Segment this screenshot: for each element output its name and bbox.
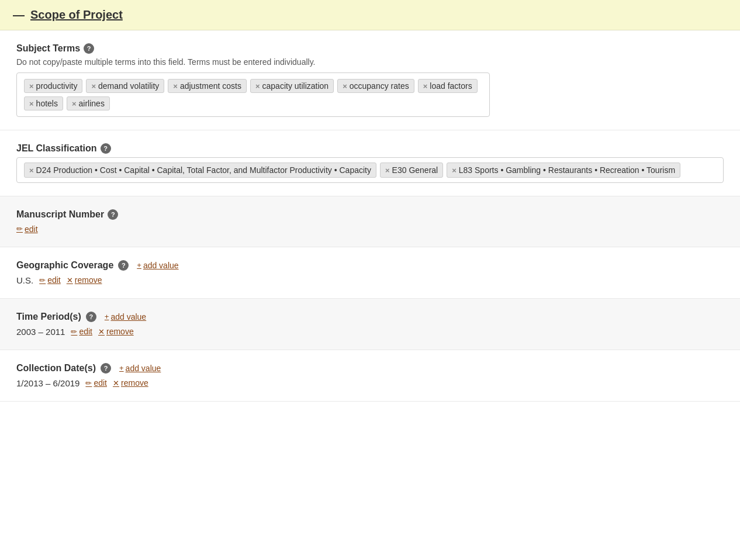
subject-term-remove-icon[interactable]: × [255,82,260,91]
subject-terms-tags-box: ×productivity×demand volatility×adjustme… [16,72,490,117]
jel-help-icon[interactable]: ? [101,143,111,154]
subject-term-tag: ×adjustment costs [168,79,247,93]
time-periods-add-value-link[interactable]: + add value [105,312,146,322]
collection-dates-label: Collection Date(s) [16,363,96,374]
geographic-coverage-section: Geographic Coverage ? + add value U.S. ✏… [0,247,740,299]
jel-tag: ×D24 Production • Cost • Capital • Capit… [24,163,376,178]
subject-term-remove-icon[interactable]: × [91,82,96,91]
jel-tag-remove-icon[interactable]: × [385,166,390,175]
jel-tags-box: ×D24 Production • Cost • Capital • Capit… [16,157,724,183]
geographic-coverage-value-row: U.S. ✏ edit ✕ remove [16,275,724,285]
subject-term-tag: ×productivity [24,79,82,93]
subject-terms-title-row: Subject Terms ? [16,43,724,54]
plus-icon: + [137,261,141,269]
manuscript-number-edit-link[interactable]: ✏ edit [16,224,38,234]
collection-dates-title-row: Collection Date(s) ? + add value [16,363,724,374]
collection-dates-remove-link[interactable]: ✕ remove [113,378,148,388]
collection-dates-add-value-link[interactable]: + add value [119,364,161,373]
jel-classification-section: JEL Classification ? ×D24 Production • C… [0,130,740,196]
geographic-coverage-title-row: Geographic Coverage ? + add value [16,260,724,271]
time-periods-remove-link[interactable]: ✕ remove [98,327,134,336]
collection-dates-help-icon[interactable]: ? [101,363,111,374]
time-periods-edit-link[interactable]: ✏ edit [71,327,92,336]
scope-header: — Scope of Project [0,0,740,30]
subject-terms-help-icon[interactable]: ? [84,43,94,54]
x-icon-geo: ✕ [67,276,73,285]
subject-term-tag: ×load factors [418,79,478,93]
time-periods-help-icon[interactable]: ? [86,312,96,322]
jel-tag-remove-icon[interactable]: × [452,166,457,175]
geographic-coverage-help-icon[interactable]: ? [118,260,129,271]
subject-term-remove-icon[interactable]: × [423,82,428,91]
jel-tag: ×E30 General [380,163,443,178]
subject-term-tag: ×hotels [24,96,63,110]
manuscript-number-label: Manuscript Number [16,209,104,220]
subject-term-remove-icon[interactable]: × [29,82,34,91]
time-periods-section: Time Period(s) ? + add value 2003 – 2011… [0,299,740,350]
subject-term-tag: ×occupancy rates [337,79,414,93]
pencil-icon-collect: ✏ [85,379,92,388]
geographic-coverage-remove-link[interactable]: ✕ remove [67,275,102,285]
manuscript-number-title-row: Manuscript Number ? [16,209,724,220]
subject-term-remove-icon[interactable]: × [343,82,347,91]
subject-term-tag: ×demand volatility [86,79,164,93]
subject-term-remove-icon[interactable]: × [72,99,77,108]
jel-label: JEL Classification [16,143,97,154]
jel-title-row: JEL Classification ? [16,143,724,154]
subject-terms-instruction: Do not copy/paste multiple terms into th… [16,57,724,67]
geographic-coverage-add-value-link[interactable]: + add value [137,261,178,270]
x-icon-collect: ✕ [113,379,119,388]
x-icon-time: ✕ [98,327,105,336]
collection-dates-section: Collection Date(s) ? + add value 1/2013 … [0,350,740,402]
time-periods-label: Time Period(s) [16,312,81,322]
time-periods-value-row: 2003 – 2011 ✏ edit ✕ remove [16,327,724,337]
collection-dates-value: 1/2013 – 6/2019 [16,378,79,388]
time-periods-title-row: Time Period(s) ? + add value [16,312,724,322]
scope-title: Scope of Project [30,8,123,22]
pencil-icon: ✏ [16,224,23,233]
collapse-dash[interactable]: — [13,8,25,22]
plus-icon-collect: + [119,364,124,372]
geographic-coverage-edit-link[interactable]: ✏ edit [39,275,61,285]
subject-term-remove-icon[interactable]: × [29,99,34,108]
geographic-coverage-value: U.S. [16,275,33,285]
collection-dates-edit-link[interactable]: ✏ edit [85,378,107,388]
pencil-icon-geo: ✏ [39,276,46,285]
manuscript-number-help-icon[interactable]: ? [108,209,118,220]
subject-term-tag: ×capacity utilization [250,79,334,93]
geographic-coverage-label: Geographic Coverage [16,260,113,271]
subject-terms-section: Subject Terms ? Do not copy/paste multip… [0,30,740,130]
subject-term-tag: ×airlines [67,96,110,110]
pencil-icon-time: ✏ [71,327,77,336]
jel-tag-remove-icon[interactable]: × [29,166,34,175]
time-periods-value: 2003 – 2011 [16,327,65,337]
collection-dates-value-row: 1/2013 – 6/2019 ✏ edit ✕ remove [16,378,724,388]
subject-term-remove-icon[interactable]: × [173,82,178,91]
jel-tag: ×L83 Sports • Gambling • Restaurants • R… [447,163,680,178]
subject-terms-label: Subject Terms [16,43,80,54]
plus-icon-time: + [105,312,109,321]
manuscript-number-section: Manuscript Number ? ✏ edit [0,196,740,247]
